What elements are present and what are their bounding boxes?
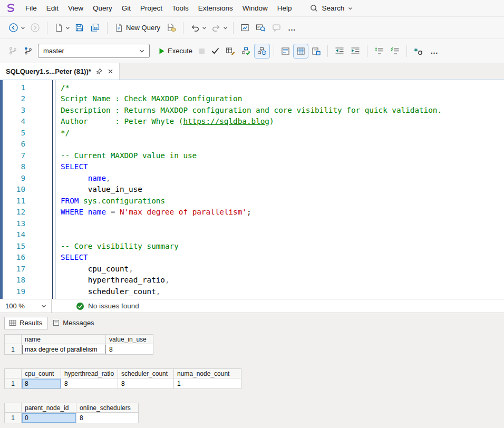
quick-find-button[interactable]	[253, 21, 269, 35]
grid-cell[interactable]: 8	[76, 413, 139, 423]
issues-indicator[interactable]: No issues found	[76, 302, 139, 310]
grid-corner[interactable]	[5, 369, 22, 378]
code-line-14[interactable]: 14	[3, 229, 504, 241]
grid-corner[interactable]	[5, 335, 22, 344]
grid-column-header[interactable]: online_schedulers	[76, 403, 139, 413]
code-line-6[interactable]: 6	[3, 139, 504, 150]
results-to-file-button[interactable]	[308, 44, 324, 59]
grid-cell[interactable]: 8	[61, 378, 118, 389]
save-all-button[interactable]	[87, 21, 103, 35]
grid-column-header[interactable]: hyperthread_ratio	[61, 369, 118, 378]
grid-row-header[interactable]: 1	[5, 344, 22, 355]
menu-item-extensions[interactable]: Extensions	[193, 2, 238, 15]
branch-select[interactable]: master	[38, 44, 150, 58]
grid-column-header[interactable]: parent_node_id	[22, 403, 76, 413]
code-line-8[interactable]: 8SELECT	[3, 161, 504, 173]
code-line-20[interactable]: 20 numa_node_count,	[3, 297, 504, 299]
navigate-back-button[interactable]	[5, 21, 22, 35]
grid-column-header[interactable]: scheduler_count	[118, 369, 174, 378]
menu-items: FileEditViewQueryGitProjectToolsExtensio…	[21, 2, 296, 15]
undo-button[interactable]	[187, 21, 203, 35]
new-query-current-connection-button[interactable]	[163, 21, 179, 35]
code-line-13[interactable]: 13	[3, 218, 504, 229]
toolbar-overflow-button[interactable]: …	[427, 44, 442, 59]
new-file-button[interactable]	[51, 21, 66, 35]
menu-item-edit[interactable]: Edit	[42, 2, 63, 15]
code-line-18[interactable]: 18 hyperthread_ratio,	[3, 275, 504, 286]
results-to-text-button[interactable]	[278, 44, 293, 59]
grid-cell[interactable]: 1	[174, 378, 241, 389]
menu-item-query[interactable]: Query	[88, 2, 117, 15]
code-line-2[interactable]: 2Script Name : Check MAXDOP Configuratio…	[3, 93, 504, 105]
execute-button[interactable]: Execute	[155, 44, 196, 59]
code-line-4[interactable]: 4Author : Peter Whyte (https://sqldba.bl…	[3, 116, 504, 128]
grid-cell[interactable]: 8	[106, 344, 153, 355]
code-line-7[interactable]: 7-- Current MAXDOP value in use	[3, 150, 504, 161]
include-actual-plan-button[interactable]	[238, 44, 254, 59]
parse-button[interactable]	[208, 44, 222, 59]
sqlcmd-mode-button[interactable]	[411, 44, 427, 59]
messages-tab-label: Messages	[63, 319, 94, 327]
code-line-3[interactable]: 3Description : Returns MAXDOP configurat…	[3, 104, 504, 116]
grid-row-header[interactable]: 1	[5, 378, 22, 389]
close-icon[interactable]	[108, 69, 113, 74]
live-query-stats-button[interactable]	[254, 44, 270, 59]
chevron-down-icon[interactable]	[202, 26, 207, 30]
activity-monitor-button[interactable]	[237, 21, 253, 35]
decrease-indent-button[interactable]	[332, 44, 347, 59]
menu-item-help[interactable]: Help	[273, 2, 297, 15]
results-to-grid-button[interactable]	[293, 44, 308, 59]
grid-column-header[interactable]: numa_node_count	[174, 369, 241, 378]
code-line-17[interactable]: 17 cpu_count,	[3, 263, 504, 275]
save-button[interactable]	[72, 21, 87, 35]
template-parameters-button[interactable]	[222, 44, 238, 59]
tab-results[interactable]: Results	[4, 317, 48, 329]
code-line-19[interactable]: 19 scheduler_count,	[3, 286, 504, 297]
code-line-11[interactable]: 11FROM sys.configurations	[3, 195, 504, 207]
grid-column-header[interactable]: value_in_use	[106, 335, 153, 344]
grid-cell[interactable]: max degree of parallelism	[22, 344, 106, 355]
cancel-query-button[interactable]	[196, 44, 208, 59]
code-line-1[interactable]: 1/*	[3, 82, 504, 93]
grid-cell[interactable]: 0	[22, 413, 76, 423]
uncomment-button[interactable]	[371, 44, 387, 59]
increase-indent-button[interactable]	[347, 44, 363, 59]
code-line-15[interactable]: 15-- Core visibility summary	[3, 240, 504, 252]
document-tab[interactable]: SQLQuery1.s...Peter (81))*	[0, 63, 120, 80]
code-line-9[interactable]: 9 name,	[3, 172, 504, 184]
menu-item-window[interactable]: Window	[238, 2, 273, 15]
pin-icon[interactable]	[96, 68, 103, 75]
chevron-down-icon[interactable]	[21, 26, 25, 30]
code-editor[interactable]: 1/*2Script Name : Check MAXDOP Configura…	[0, 80, 504, 299]
grid-row-header[interactable]: 1	[5, 413, 22, 423]
menu-item-tools[interactable]: Tools	[167, 2, 193, 15]
toolbar-standard: New Query …	[0, 17, 504, 39]
menu-item-view[interactable]: View	[63, 2, 88, 15]
git-branch-icon[interactable]	[5, 44, 21, 59]
grid-column-header[interactable]: cpu_count	[22, 369, 61, 378]
redo-button[interactable]	[208, 21, 224, 35]
toolbar-overflow-button[interactable]: …	[284, 21, 300, 35]
feedback-button[interactable]	[269, 21, 284, 35]
zoom-select[interactable]: 100 %	[0, 299, 52, 313]
menu-item-project[interactable]: Project	[135, 2, 167, 15]
grid-cell[interactable]: 8	[22, 378, 61, 389]
grid-column-header[interactable]: name	[22, 335, 106, 344]
new-query-button[interactable]: New Query	[111, 21, 163, 35]
code-text: value_in_use	[61, 185, 142, 193]
search-control[interactable]: Search	[310, 4, 353, 12]
code-line-12[interactable]: 12WHERE name = N'max degree of paralleli…	[3, 207, 504, 218]
grid-corner[interactable]	[5, 403, 22, 413]
git-status-icon[interactable]	[21, 44, 36, 59]
menu-item-file[interactable]: File	[21, 2, 42, 15]
comment-button[interactable]	[387, 44, 403, 59]
code-line-10[interactable]: 10 value_in_use	[3, 184, 504, 196]
grid-cell[interactable]: 8	[118, 378, 174, 389]
tab-messages[interactable]: Messages	[48, 317, 100, 329]
navigate-forward-button[interactable]	[27, 21, 43, 35]
chevron-down-icon[interactable]	[65, 26, 70, 30]
new-query-label: New Query	[126, 24, 160, 32]
code-line-5[interactable]: 5*/	[3, 127, 504, 139]
menu-item-git[interactable]: Git	[117, 2, 135, 15]
code-line-16[interactable]: 16SELECT	[3, 252, 504, 264]
